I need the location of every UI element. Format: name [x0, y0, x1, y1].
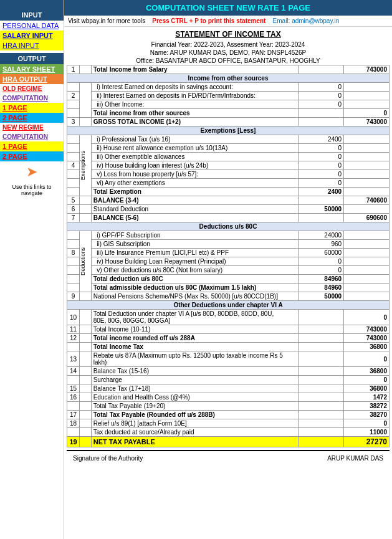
desc-cell: iii) Other Income: — [91, 100, 299, 109]
sl-cell — [67, 179, 80, 188]
mid-value-cell: 0 — [299, 83, 344, 92]
right-value-cell: 27270 — [344, 437, 390, 447]
mid-value-cell — [299, 118, 344, 126]
mid-value-cell: 24000 — [299, 231, 344, 240]
mid-value-cell — [299, 310, 344, 325]
rotated-label-cell — [80, 367, 92, 376]
sl-cell — [67, 135, 80, 144]
table-row: 12 Total income rounded off u/s 288A 743… — [67, 334, 390, 343]
right-value-cell — [344, 284, 390, 292]
right-value-cell: 36800 — [344, 384, 390, 393]
sidebar-item-computation-new[interactable]: COMPUTATION — [0, 132, 64, 141]
right-value-cell — [344, 240, 390, 249]
right-value-cell — [344, 292, 390, 301]
right-value-cell — [344, 188, 390, 196]
sidebar-item-2page-old[interactable]: 2 PAGE — [0, 113, 64, 123]
table-row: iii) Other Income: 0 — [67, 100, 390, 109]
table-row: 10 Total Deduction under chapter VI A [u… — [67, 310, 390, 325]
desc-cell: ii) House rent allowance exemption u/s 1… — [91, 144, 299, 153]
sidebar-item-2page-new[interactable]: 2 PAGE — [0, 151, 64, 161]
mid-value-cell — [299, 343, 344, 351]
desc-cell: Total Deduction under chapter VI A [u/s … — [91, 310, 299, 325]
desc-cell: Total admissible deduction u/s 80C (Maxi… — [91, 284, 299, 292]
rotated-label-cell — [80, 118, 92, 126]
office: Office: BASANTAPUR ABCD OFFICE, BASANTAP… — [67, 57, 390, 65]
sidebar-item-salary-sheet[interactable]: SALARY SHEET — [0, 64, 64, 74]
rotated-label-cell — [80, 196, 92, 205]
right-value-cell — [344, 249, 390, 257]
desc-cell: Total Income (10-11) — [91, 325, 299, 334]
navigate-arrow: ➤ — [0, 161, 64, 183]
sidebar-item-computation-old[interactable]: COMPUTATION — [0, 93, 64, 103]
sidebar-item-new-regime[interactable]: NEW REGIME — [0, 123, 64, 132]
sl-cell: 5 — [67, 196, 80, 205]
right-value-cell — [344, 275, 390, 284]
sidebar-item-old-regime[interactable]: OLD REGIME — [0, 84, 64, 93]
sidebar-item-salary-input[interactable]: SALARY INPUT — [0, 31, 64, 41]
right-value-cell: 0 — [344, 419, 390, 428]
right-value-cell — [344, 266, 390, 275]
mid-value-cell: 84960 — [299, 284, 344, 292]
mid-value-cell: 0 — [299, 179, 344, 188]
rotated-label-cell — [80, 83, 92, 118]
ctrl-text: Press CTRL + P to print this statement — [152, 17, 265, 24]
mid-value-cell — [299, 367, 344, 376]
mid-value-cell: 0 — [299, 257, 344, 266]
net-tax-row: 19 NET TAX PAYABLE 27270 — [67, 437, 390, 447]
sidebar-item-1page-old[interactable]: 1 PAGE — [0, 103, 64, 113]
rotated-label-cell — [80, 411, 92, 419]
rotated-label-cell — [80, 428, 92, 437]
mid-value-cell — [299, 196, 344, 205]
mid-value-cell — [299, 419, 344, 428]
mid-value-cell: 60000 — [299, 249, 344, 257]
rotated-label-cell — [80, 343, 92, 351]
table-row: ii) House rent allowance exemption u/s 1… — [67, 144, 390, 153]
sl-cell: 17 — [67, 411, 80, 419]
table-row: 3 GROSS TOTAL INCOME (1+2) 743000 — [67, 118, 390, 126]
right-value-cell — [344, 92, 390, 100]
rotated-label-cell — [80, 384, 92, 393]
rotated-label-cell — [80, 419, 92, 428]
rotated-label-cell — [80, 334, 92, 343]
desc-cell: vi) Any other exemptions — [91, 179, 299, 188]
sl-cell: 13 — [67, 351, 80, 367]
mid-value-cell: 0 — [299, 170, 344, 179]
sidebar-item-hra-input[interactable]: HRA INPUT — [0, 41, 64, 50]
navigate-text: Use this links tonavigate — [0, 183, 64, 198]
sidebar-item-1page-new[interactable]: 1 PAGE — [0, 141, 64, 151]
section-header-other-sources: Income from other sources — [67, 74, 390, 83]
right-value-cell: 743000 — [344, 325, 390, 334]
sl-cell: 1 — [67, 65, 80, 74]
sidebar-item-hra-output[interactable]: HRA OUTPUT — [0, 74, 64, 84]
table-row: iii) Other exemptible allowances 0 — [67, 153, 390, 161]
sidebar-item-personal-data[interactable]: PERSONAL DATA — [0, 21, 64, 31]
rotated-label-cell — [80, 205, 92, 214]
desc-cell: Education and Health Cess (@4%) — [91, 393, 299, 402]
mid-value-cell: 0 — [299, 92, 344, 100]
desc-cell: Total deduction u/s 80C — [91, 275, 299, 284]
desc-cell: GROSS TOTAL INCOME (1+2) — [91, 118, 299, 126]
right-value-cell: 0 — [344, 109, 390, 118]
sl-cell: 2 — [67, 92, 80, 100]
table-row: 2 ii) Interest Earned on deposits in FD/… — [67, 92, 390, 100]
rotated-label-cell — [80, 393, 92, 402]
mid-value-cell: 0 — [299, 144, 344, 153]
rotated-label-deductions: Deductions — [80, 231, 92, 292]
desc-cell: i) Professional Tax (u/s 16) — [91, 135, 299, 144]
right-value-cell: 690600 — [344, 214, 390, 222]
sl-cell — [67, 275, 80, 284]
page-title: COMPUTATION SHEET NEW RATE 1 PAGE — [64, 0, 392, 16]
rotated-label-cell — [80, 325, 92, 334]
mid-value-cell — [299, 376, 344, 384]
desc-cell: BALANCE (5-6) — [91, 214, 299, 222]
desc-cell: ii) Interest Earned on deposits in FD/RD… — [91, 92, 299, 100]
mid-value-cell — [299, 437, 344, 447]
sl-cell: 9 — [67, 292, 80, 301]
email-text: Email: admin@wbpay.in — [273, 17, 340, 24]
visit-text: Visit wbpay.in for more tools — [68, 17, 145, 24]
sl-cell — [67, 144, 80, 153]
rotated-label-exemptions: Exemptions — [80, 135, 92, 196]
sl-cell — [67, 402, 80, 411]
sl-cell — [67, 257, 80, 266]
table-row: Total admissible deduction u/s 80C (Maxi… — [67, 284, 390, 292]
